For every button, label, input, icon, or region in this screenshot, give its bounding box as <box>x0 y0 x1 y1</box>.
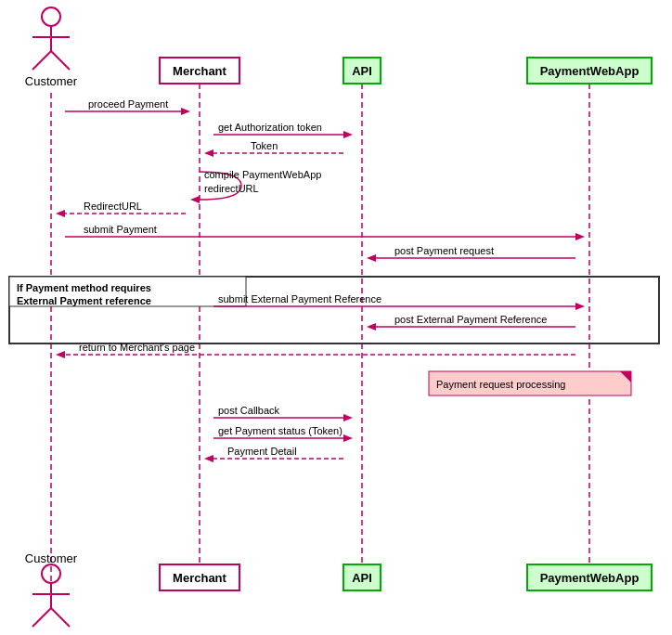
svg-marker-20 <box>575 303 585 310</box>
svg-point-62 <box>42 7 60 26</box>
svg-text:PaymentWebApp: PaymentWebApp <box>540 64 640 78</box>
diagram-svg: proceed Payment get Authorization token … <box>0 0 672 635</box>
svg-text:get Payment status (Token): get Payment status (Token) <box>218 425 342 436</box>
svg-marker-22 <box>367 323 376 330</box>
svg-text:return to Merchant's page: return to Merchant's page <box>79 342 195 353</box>
svg-marker-12 <box>56 210 65 217</box>
svg-text:If Payment method requires: If Payment method requires <box>17 282 151 293</box>
svg-text:Customer: Customer <box>25 74 78 88</box>
svg-text:get Authorization token: get Authorization token <box>218 122 322 133</box>
svg-text:Customer: Customer <box>25 551 78 565</box>
svg-text:RedirectURL: RedirectURL <box>84 201 142 212</box>
svg-text:API: API <box>352 64 372 78</box>
svg-marker-9 <box>204 149 213 157</box>
svg-text:PaymentWebApp: PaymentWebApp <box>540 571 640 585</box>
svg-text:redirectURL: redirectURL <box>204 183 259 194</box>
sequence-diagram: proceed Payment get Authorization token … <box>0 0 672 635</box>
svg-marker-26 <box>343 414 353 421</box>
svg-text:External Payment reference: External Payment reference <box>17 295 151 306</box>
svg-marker-24 <box>56 351 65 358</box>
svg-text:proceed Payment: proceed Payment <box>88 98 168 110</box>
svg-text:submit Payment: submit Payment <box>84 224 157 235</box>
svg-line-72 <box>51 608 70 627</box>
svg-marker-16 <box>367 254 376 262</box>
svg-text:post Callback: post Callback <box>218 405 280 416</box>
svg-text:Merchant: Merchant <box>173 64 226 78</box>
svg-text:Merchant: Merchant <box>173 571 226 585</box>
svg-text:Payment request processing: Payment request processing <box>436 379 565 390</box>
svg-text:API: API <box>352 571 372 585</box>
svg-line-71 <box>32 608 51 627</box>
svg-line-66 <box>51 51 70 70</box>
svg-marker-10 <box>190 196 200 203</box>
svg-text:post Payment request: post Payment request <box>394 245 494 256</box>
svg-text:post External Payment Referenc: post External Payment Reference <box>394 314 547 325</box>
svg-marker-30 <box>204 455 213 462</box>
svg-text:Token: Token <box>251 140 278 151</box>
svg-marker-14 <box>575 233 585 240</box>
svg-text:Payment Detail: Payment Detail <box>227 446 297 457</box>
svg-marker-5 <box>181 108 190 115</box>
svg-text:submit External Payment Refere: submit External Payment Reference <box>218 293 381 305</box>
svg-marker-7 <box>343 131 353 138</box>
svg-text:compile PaymentWebApp: compile PaymentWebApp <box>204 169 321 180</box>
svg-line-65 <box>32 51 51 70</box>
svg-marker-28 <box>343 434 353 442</box>
